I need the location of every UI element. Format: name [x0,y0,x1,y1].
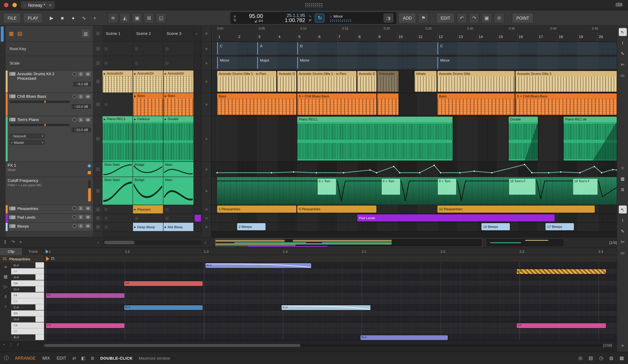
section-marker[interactable]: Minor [437,57,617,69]
arranger-clip[interactable]: 5 + Chill Blues Bass [516,93,617,115]
piano-key-D♭4[interactable]: D♭4 [11,316,44,322]
clip-slot[interactable]: Main [163,162,194,177]
arranger-clip[interactable]: 2 Bleeps [237,223,265,230]
solo-button[interactable]: S [78,206,84,211]
arranger-clip[interactable]: 17 Bleeps [546,223,574,230]
row-menu-icon[interactable]: ≡ [205,216,208,220]
add-menu-button[interactable]: ADD [398,13,416,23]
section-marker[interactable]: Minor [217,57,257,69]
track-header-acoustic-drums[interactable]: Acoustic Drums Kit 2 ProcessedSM−9.2 dB [6,71,93,93]
automation-clip[interactable]: 6 + Tom [317,178,336,195]
close-window-button[interactable] [4,3,8,7]
clip-slot[interactable] [102,42,133,56]
marker-button[interactable]: ⚑ [418,13,428,23]
sharp-icon[interactable]: ♯ [4,294,7,299]
midi-note[interactable]: A4 [517,269,606,274]
shuffle-icon[interactable]: ⇅ [234,18,236,22]
routing-select[interactable]: ▫Notconfi▾ [10,133,45,139]
clip-stop-button[interactable] [96,167,100,171]
clip-slot[interactable] [102,214,133,222]
clip-name-row[interactable]: 21 Pleasantries [0,255,44,262]
network-icon[interactable]: ◍ [609,355,614,361]
solo-button[interactable]: S [78,94,84,99]
close-project-button[interactable]: × [49,2,51,7]
clip-slot[interactable]: ▶Bass [133,93,163,116]
mode-edit[interactable]: EDIT [57,356,66,360]
record-arm-button[interactable] [73,206,77,210]
clip-slot[interactable]: ▶AcousticDr [163,71,194,92]
piano-key-G♭4[interactable]: G♭4 [11,287,44,292]
clip-slot[interactable] [133,56,163,70]
automation-clip[interactable]: 6 + Tom [437,178,457,195]
eraser-tool-icon[interactable]: ▭ [619,71,627,79]
knife-tool-icon[interactable]: ✄ [619,238,627,246]
disable-button[interactable]: ⊘ [494,13,504,23]
routing-select[interactable]: ▸Master▾ [10,140,45,145]
arranger-clip[interactable]: Hihats [414,71,436,92]
clip-slot[interactable] [163,214,194,222]
clip-slot[interactable]: Bridge [133,162,163,177]
arranger-clip[interactable]: Bass [217,93,296,115]
clip-slot[interactable]: Main [163,177,194,205]
editor-tab-track[interactable]: Track [22,248,44,255]
row-menu-icon[interactable]: ≡ [205,79,208,84]
scroll-right-button[interactable]: › [205,240,206,245]
pencil-tool-icon[interactable]: ✎ [619,227,627,235]
automation-clip[interactable]: 19 Tom's F [573,178,598,195]
track-header-pad-lands[interactable]: Pad LandsSM [6,214,93,223]
expand-strip-icon[interactable]: » [619,341,627,349]
solo-button[interactable]: S [78,72,84,76]
undo-button[interactable]: ↶ [457,13,467,23]
mute-button[interactable]: M [85,72,91,76]
clip-slot[interactable] [133,42,163,56]
arranger-clip[interactable]: Acoustic Drums Dilla 3 [516,71,617,92]
ibeam-tool-icon[interactable]: I [619,216,627,224]
clip-range-lane[interactable]: 21 [44,255,617,262]
display-profile-icon[interactable]: ⌨ [616,2,622,8]
clip-slot[interactable]: ▶Fadeout [133,116,163,161]
clip-slot[interactable]: ▶Mid Bleep [163,223,194,231]
scrollbar-thumb[interactable] [104,241,135,244]
arranger-clip[interactable]: Acoustic Drums Dilla 1 - w Perc [217,71,276,92]
piano-key-A♭4[interactable]: A♭4 [11,274,44,280]
arranger-clip[interactable]: 12 Pleasantries [437,206,595,213]
clip-stop-button[interactable] [96,61,100,65]
project-tab[interactable]: ▫ Norway * × [21,1,55,9]
follow-icon[interactable]: ↷ [11,239,15,245]
follow-icon[interactable]: ⇄ [309,18,312,22]
search-icon[interactable]: ◎ [578,355,582,361]
track-header-bleeps[interactable]: BleepsSM [6,223,93,231]
section-marker[interactable]: Major [257,57,297,69]
automation-clip[interactable]: 15 Tom's F [508,178,536,195]
clip-slot[interactable]: Slow Start [102,162,133,177]
midi-note[interactable]: B♭3 [361,335,448,340]
track-header-toms-piano[interactable]: Tom's PianoSM−10.0 dB▫Notconfi▾▸Master▾ [6,116,93,162]
track-header-root-key[interactable]: Root Key [6,42,93,56]
midi-note[interactable]: F4 [46,293,124,298]
mute-button[interactable]: M [85,94,91,99]
macro-slider[interactable] [88,180,91,202]
file-menu-button[interactable]: FILE [3,12,21,23]
copy-button[interactable]: ▣ [481,13,492,23]
record-arm-button[interactable] [73,215,77,219]
row-menu-icon[interactable]: ≡ [205,61,208,65]
solo-button[interactable]: S [78,223,84,228]
ibeam-tool-icon[interactable]: I [619,39,627,47]
mute-button[interactable]: M [85,206,91,211]
section-marker[interactable]: D [297,43,437,55]
clip-slot[interactable] [102,93,133,116]
pointer-tool-icon[interactable]: ↖ [619,28,627,36]
piano-key-G4[interactable]: G4 [11,280,44,287]
scene-header-1[interactable]: Scene 1 [102,26,133,41]
pointer-tool-icon[interactable]: ↖ [619,206,627,214]
play-icon[interactable]: ▶ [47,12,57,23]
arranger-clip[interactable]: 5 + Chill Blues Bass [297,93,376,115]
record-arm-button[interactable] [73,94,77,98]
row-menu-icon[interactable]: ≡ [205,102,208,106]
solo-button[interactable]: S [78,215,84,219]
crosshair-icon[interactable]: ⊹ [619,164,627,172]
clip-start-marker[interactable] [46,256,49,261]
editor-tab-clip[interactable]: Clip [0,248,22,255]
clip-slot[interactable]: Slow Start [102,177,133,205]
secondary-minimap[interactable] [486,238,564,247]
